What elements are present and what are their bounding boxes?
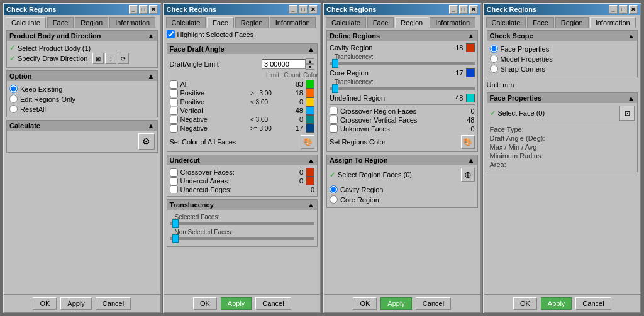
ok-btn-2[interactable]: OK xyxy=(193,297,217,310)
negative1-checkbox[interactable] xyxy=(170,116,178,124)
tab-face-4[interactable]: Face xyxy=(527,17,553,28)
highlight-checkbox[interactable] xyxy=(167,30,175,38)
cavity-region-radio[interactable] xyxy=(330,185,338,193)
selected-slider[interactable] xyxy=(170,222,315,225)
undercut-edges-cb[interactable] xyxy=(170,185,178,193)
tab-information-1[interactable]: Information xyxy=(109,17,155,28)
crossover-faces-cb[interactable] xyxy=(170,168,178,177)
non-selected-slider[interactable] xyxy=(170,237,315,240)
ok-btn-1[interactable]: OK xyxy=(33,297,57,310)
non-selected-slider-thumb[interactable] xyxy=(172,234,179,243)
tab-face-2[interactable]: Face xyxy=(207,17,233,28)
restore-btn-3[interactable]: □ xyxy=(459,5,468,14)
minimize-btn-3[interactable]: _ xyxy=(449,5,458,14)
crossover-faces-color[interactable] xyxy=(306,168,314,177)
edit-regions-row[interactable]: Edit Regions Only xyxy=(9,95,155,103)
minimize-btn-2[interactable]: _ xyxy=(289,5,297,14)
apply-btn-3[interactable]: Apply xyxy=(380,297,412,310)
selected-slider-thumb[interactable] xyxy=(172,219,179,228)
cancel-btn-4[interactable]: Cancel xyxy=(575,297,611,310)
positive2-checkbox[interactable] xyxy=(170,98,178,106)
core-region-color[interactable] xyxy=(466,68,475,77)
core-region-radio[interactable] xyxy=(330,195,338,204)
direction-icon-3[interactable]: ⟳ xyxy=(118,53,129,64)
core-slider[interactable] xyxy=(330,87,475,90)
all-color[interactable] xyxy=(306,80,314,89)
cavity-region-color[interactable] xyxy=(466,43,475,52)
set-regions-color-btn[interactable]: 🎨 xyxy=(461,135,475,149)
negative2-color[interactable] xyxy=(306,124,314,133)
restore-btn-1[interactable]: □ xyxy=(139,5,148,14)
cancel-btn-3[interactable]: Cancel xyxy=(416,297,451,310)
cavity-region-radio-row[interactable]: Cavity Region xyxy=(330,185,475,193)
tab-calculate-3[interactable]: Calculate xyxy=(326,17,366,28)
tab-information-4[interactable]: Information xyxy=(590,17,636,28)
spin-up[interactable]: ▲ xyxy=(306,58,314,64)
restore-btn-4[interactable]: □ xyxy=(619,5,628,14)
minimize-btn-1[interactable]: _ xyxy=(129,5,138,14)
unknown-faces-cb[interactable] xyxy=(330,124,338,133)
negative2-checkbox[interactable] xyxy=(170,124,178,133)
translucency-header[interactable]: Translucency ▲ xyxy=(167,200,318,210)
edit-regions-radio[interactable] xyxy=(9,95,18,103)
negative1-color[interactable] xyxy=(306,115,314,124)
crossover-region-faces-cb[interactable] xyxy=(330,107,338,115)
cavity-slider-thumb[interactable] xyxy=(332,59,338,68)
all-checkbox[interactable] xyxy=(170,80,178,89)
option-header[interactable]: Option ▲ xyxy=(7,71,157,81)
direction-icon-2[interactable]: ↕ xyxy=(105,53,116,64)
tab-region-3[interactable]: Region xyxy=(395,17,428,28)
positive1-checkbox[interactable] xyxy=(170,89,178,97)
close-btn-1[interactable]: ✕ xyxy=(149,5,158,14)
restore-btn-2[interactable]: □ xyxy=(299,5,308,14)
product-body-header[interactable]: Product Body and Direction ▲ xyxy=(7,31,157,41)
face-draft-header[interactable]: Face Draft Angle ▲ xyxy=(167,44,318,54)
tab-calculate-1[interactable]: Calculate xyxy=(6,17,46,28)
model-properties-radio[interactable] xyxy=(490,55,498,63)
assign-region-header[interactable]: Assign To Region ▲ xyxy=(327,155,477,165)
define-regions-header[interactable]: Define Regions ▲ xyxy=(327,31,477,41)
face-properties-radio-row[interactable]: Face Properties xyxy=(490,45,635,53)
positive1-color[interactable] xyxy=(306,89,314,97)
spin-down[interactable]: ▼ xyxy=(306,64,314,70)
ok-btn-4[interactable]: OK xyxy=(513,297,537,310)
calculate-header[interactable]: Calculate ▲ xyxy=(7,121,157,131)
sharp-corners-radio-row[interactable]: Sharp Corners xyxy=(490,65,635,73)
ok-btn-3[interactable]: OK xyxy=(353,297,377,310)
apply-btn-1[interactable]: Apply xyxy=(60,297,92,310)
check-scope-header[interactable]: Check Scope ▲ xyxy=(487,31,638,41)
reset-all-row[interactable]: ResetAll xyxy=(9,105,155,113)
minimize-btn-4[interactable]: _ xyxy=(609,5,618,14)
select-face-icon[interactable]: ⊡ xyxy=(619,106,635,121)
draft-angle-input[interactable] xyxy=(262,59,306,69)
undercut-header[interactable]: Undercut ▲ xyxy=(167,155,318,165)
set-color-btn[interactable]: 🎨 xyxy=(301,135,314,149)
tab-information-3[interactable]: Information xyxy=(430,17,475,28)
apply-btn-2[interactable]: Apply xyxy=(221,297,252,310)
cancel-btn-2[interactable]: Cancel xyxy=(255,297,291,310)
core-slider-thumb[interactable] xyxy=(332,84,338,93)
select-region-icon[interactable]: ⊕ xyxy=(461,168,475,182)
keep-existing-radio[interactable] xyxy=(9,85,18,93)
cancel-btn-1[interactable]: Cancel xyxy=(96,297,131,310)
close-btn-4[interactable]: ✕ xyxy=(629,5,638,14)
positive2-color[interactable] xyxy=(306,97,314,106)
tab-calculate-4[interactable]: Calculate xyxy=(486,17,526,28)
undercut-areas-cb[interactable] xyxy=(170,177,178,185)
sharp-corners-radio[interactable] xyxy=(490,65,498,73)
tab-region-4[interactable]: Region xyxy=(555,17,589,28)
undercut-areas-color[interactable] xyxy=(306,177,314,185)
direction-icon-1[interactable]: ⊠ xyxy=(92,53,104,64)
cavity-slider[interactable] xyxy=(330,62,475,65)
model-properties-radio-row[interactable]: Model Properties xyxy=(490,55,635,63)
tab-region-1[interactable]: Region xyxy=(75,17,108,28)
tab-region-2[interactable]: Region xyxy=(235,17,269,28)
close-btn-3[interactable]: ✕ xyxy=(469,5,478,14)
tab-face-1[interactable]: Face xyxy=(47,17,74,28)
vertical-checkbox[interactable] xyxy=(170,107,178,115)
reset-all-radio[interactable] xyxy=(9,105,18,113)
core-region-radio-row[interactable]: Core Region xyxy=(330,195,475,204)
tab-information-2[interactable]: Information xyxy=(270,17,316,28)
vertical-color[interactable] xyxy=(306,106,314,115)
keep-existing-row[interactable]: Keep Existing xyxy=(9,85,155,93)
